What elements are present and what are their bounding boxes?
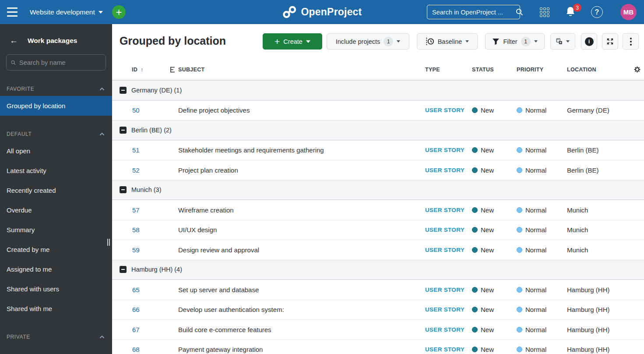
collapse-group-icon[interactable] [120, 87, 127, 94]
work-package-id-link[interactable]: 65 [132, 286, 140, 294]
info-button[interactable]: i [581, 33, 597, 50]
subject-cell[interactable]: Project plan creation [178, 160, 425, 180]
column-header-status[interactable]: STATUS [472, 67, 517, 73]
location-cell[interactable]: Hamburg (HH) [567, 320, 630, 340]
subject-cell[interactable]: Design review and approval [178, 240, 425, 260]
location-cell[interactable]: Munich [567, 240, 630, 260]
column-header-subject[interactable]: SUBJECT [178, 67, 425, 73]
back-arrow-icon[interactable]: ← [10, 36, 18, 45]
type-cell[interactable]: USER STORY [425, 240, 472, 260]
location-cell[interactable]: Hamburg (HH) [567, 280, 630, 300]
priority-cell[interactable]: Normal [517, 280, 567, 300]
work-package-id-link[interactable]: 59 [132, 246, 140, 254]
sidebar-item-shared-with-users[interactable]: Shared with users [0, 279, 112, 299]
status-cell[interactable]: New [472, 200, 517, 220]
table-settings-button[interactable] [630, 66, 644, 73]
sidebar-section-header-default[interactable]: DEFAULT [0, 127, 112, 141]
work-package-id-link[interactable]: 67 [132, 326, 140, 333]
quick-add-button[interactable]: + [112, 5, 126, 19]
status-cell[interactable]: New [472, 220, 517, 240]
status-cell[interactable]: New [472, 101, 517, 120]
subject-cell[interactable]: Define project objectives [178, 101, 425, 120]
priority-cell[interactable]: Normal [517, 240, 567, 260]
location-cell[interactable]: Germany (DE) [567, 101, 630, 120]
notifications-button[interactable]: 3 [565, 6, 580, 19]
baseline-button[interactable]: Baseline [417, 33, 478, 50]
location-cell[interactable]: Munich [567, 200, 630, 220]
work-package-id-link[interactable]: 50 [132, 106, 140, 114]
work-package-id-link[interactable]: 52 [132, 166, 140, 174]
type-cell[interactable]: USER STORY [425, 220, 472, 240]
subject-cell[interactable]: Set up server and database [178, 280, 425, 300]
priority-cell[interactable]: Normal [517, 101, 567, 120]
subject-cell[interactable]: Stakeholder meetings and requirements ga… [178, 141, 425, 160]
sidebar-item-grouped-by-location[interactable]: Grouped by location [0, 96, 112, 116]
more-options-button[interactable] [623, 33, 639, 50]
type-cell[interactable]: USER STORY [425, 160, 472, 180]
status-cell[interactable]: New [472, 141, 517, 160]
column-header-priority[interactable]: PRIORITY [517, 67, 567, 73]
type-cell[interactable]: USER STORY [425, 200, 472, 220]
collapse-group-icon[interactable] [120, 186, 127, 193]
column-header-id[interactable]: ID ↑ [112, 66, 178, 73]
work-package-id-link[interactable]: 51 [132, 146, 140, 154]
sidebar-item-shared-with-me[interactable]: Shared with me [0, 299, 112, 319]
location-cell[interactable]: Munich [567, 220, 630, 240]
openproject-logo[interactable]: OpenProject [282, 0, 362, 24]
hamburger-menu-icon[interactable] [7, 7, 18, 17]
sidebar-item-overdue[interactable]: Overdue [0, 200, 112, 220]
status-cell[interactable]: New [472, 300, 517, 320]
type-cell[interactable]: USER STORY [425, 300, 472, 320]
status-cell[interactable]: New [472, 280, 517, 300]
sidebar-item-created-by-me[interactable]: Created by me [0, 240, 112, 259]
global-search-input[interactable] [427, 9, 516, 16]
location-cell[interactable]: Hamburg (HH) [567, 340, 630, 354]
work-package-id-link[interactable]: 57 [132, 206, 140, 214]
sidebar-resize-handle[interactable] [107, 239, 111, 246]
sidebar-item-all-open[interactable]: All open [0, 141, 112, 161]
subject-cell[interactable]: Build core e-commerce features [178, 320, 425, 340]
sidebar-section-header-favorite[interactable]: FAVORITE [0, 82, 112, 96]
subject-cell[interactable]: Wireframe creation [178, 200, 425, 220]
column-header-type[interactable]: TYPE [425, 67, 472, 73]
create-button[interactable]: + Create [263, 33, 322, 50]
sidebar-item-assigned-to-me[interactable]: Assigned to me [0, 259, 112, 279]
sidebar-section-header-private[interactable]: PRIVATE [0, 330, 112, 344]
sidebar-item-recently-created[interactable]: Recently created [0, 181, 112, 200]
priority-cell[interactable]: Normal [517, 300, 567, 320]
type-cell[interactable]: USER STORY [425, 141, 472, 160]
work-package-id-link[interactable]: 68 [132, 346, 140, 353]
priority-cell[interactable]: Normal [517, 141, 567, 160]
location-cell[interactable]: Berlin (BE) [567, 141, 630, 160]
user-avatar[interactable]: MB [620, 4, 637, 20]
sidebar-item-latest-activity[interactable]: Latest activity [0, 161, 112, 181]
subject-cell[interactable]: Develop user authentication system: [178, 300, 425, 320]
priority-cell[interactable]: Normal [517, 200, 567, 220]
location-cell[interactable]: Hamburg (HH) [567, 300, 630, 320]
project-select[interactable]: Website development [26, 0, 106, 24]
type-cell[interactable]: USER STORY [425, 280, 472, 300]
type-cell[interactable]: USER STORY [425, 101, 472, 120]
priority-cell[interactable]: Normal [517, 160, 567, 180]
status-cell[interactable]: New [472, 160, 517, 180]
collapse-group-icon[interactable] [120, 266, 127, 273]
type-cell[interactable]: USER STORY [425, 340, 472, 354]
sidebar-search-input[interactable] [19, 59, 101, 66]
column-header-location[interactable]: LOCATION [567, 67, 630, 73]
work-package-id-link[interactable]: 58 [132, 226, 140, 234]
status-cell[interactable]: New [472, 320, 517, 340]
collapse-groups-button[interactable] [550, 33, 575, 50]
sidebar-item-summary[interactable]: Summary [0, 220, 112, 240]
location-cell[interactable]: Berlin (BE) [567, 160, 630, 180]
fullscreen-button[interactable] [602, 33, 618, 50]
status-cell[interactable]: New [472, 240, 517, 260]
apps-grid-icon[interactable] [540, 7, 551, 17]
type-cell[interactable]: USER STORY [425, 320, 472, 340]
work-package-id-link[interactable]: 66 [132, 306, 140, 313]
filter-button[interactable]: Filter 1 [485, 33, 545, 50]
help-button[interactable]: ? [591, 6, 603, 18]
subject-cell[interactable]: UI/UX design [178, 220, 425, 240]
priority-cell[interactable]: Normal [517, 220, 567, 240]
include-projects-button[interactable]: Include projects 1 [327, 33, 409, 50]
collapse-group-icon[interactable] [120, 127, 127, 134]
